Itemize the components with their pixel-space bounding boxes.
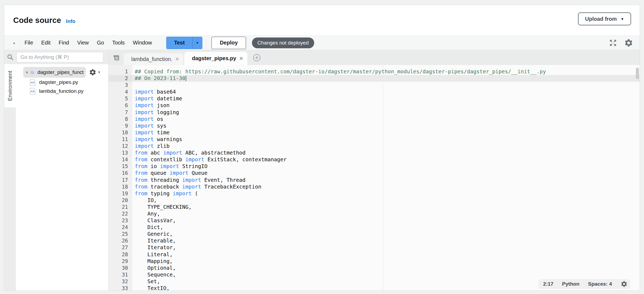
code-line-17[interactable]: 17from threading import Event, Thread [109,177,640,183]
code-area[interactable]: 1## Copied from: https://raw.githubuserc… [109,65,640,290]
code-line-28[interactable]: 28 Literal, [109,251,640,258]
code-line-18[interactable]: 18from traceback import TracebackExcepti… [109,183,640,190]
line-content: import base64 [132,88,640,95]
tree-file-dagster_pipes.py[interactable]: dagster_pipes.py [16,78,108,87]
tab-close-icon[interactable]: × [240,56,243,61]
line-content: from queue import Queue [132,170,640,176]
search-icon [4,54,16,61]
line-content: from contextlib import ExitStack, contex… [132,156,640,163]
line-number: 13 [109,149,132,156]
menu-file[interactable]: File [20,40,37,46]
tree-file-lambda_function.py[interactable]: lambda_function.py [16,87,108,95]
test-button[interactable]: Test [167,37,192,49]
line-number: 15 [109,163,132,170]
language-mode[interactable]: Python [562,281,579,287]
code-line-22[interactable]: 22 Any, [109,210,640,217]
folder-disclosure-icon[interactable]: ▾ [26,70,28,75]
code-line-6[interactable]: 6import json [109,102,640,109]
code-line-7[interactable]: 7import logging [109,109,640,116]
line-content: from traceback import TracebackException [132,183,640,190]
code-line-21[interactable]: 21 TYPE_CHECKING, [109,204,640,210]
line-content: Literal, [132,251,640,258]
fullscreen-icon[interactable] [609,39,617,47]
tree-folder-row[interactable]: ▾ dagster_pipes_funct ▼ [23,67,108,78]
environment-tab[interactable]: Environment [4,64,16,107]
code-line-25[interactable]: 25 Generic, [109,231,640,237]
line-content: Any, [132,210,640,217]
tabs-bar: lambda_function.×dagster_pipes.py× [109,50,640,65]
collapse-panel-icon[interactable]: ▲ [12,41,16,45]
folder-gear-icon[interactable] [89,69,96,76]
goto-anything-input[interactable] [16,52,103,62]
menu-go[interactable]: Go [93,40,108,46]
code-line-1[interactable]: 1## Copied from: https://raw.githubuserc… [109,68,640,75]
vertical-scrollbar[interactable] [636,68,639,79]
code-line-20[interactable]: 20 IO, [109,197,640,204]
menu-tools[interactable]: Tools [108,40,129,46]
code-line-31[interactable]: 31 Sequence, [109,271,640,278]
code-line-3[interactable]: 3 [109,82,640,88]
sidebar: Environment ▾ dagster_pipes_funct ▼ [4,50,109,290]
line-number: 20 [109,197,132,204]
code-line-12[interactable]: 12import zlib [109,143,640,149]
code-line-13[interactable]: 13from abc import ABC, abstractmethod [109,149,640,156]
code-line-4[interactable]: 4import base64 [109,88,640,95]
line-content: from typing import ( [132,190,640,197]
code-line-26[interactable]: 26 Iterable, [109,237,640,244]
code-line-15[interactable]: 15from io import StringIO [109,163,640,170]
code-line-29[interactable]: 29 Mapping, [109,258,640,265]
folder-settings[interactable]: ▼ [89,69,101,76]
info-link[interactable]: Info [66,18,75,24]
line-content: from threading import Event, Thread [132,177,640,183]
tab-close-icon[interactable]: × [175,56,179,62]
code-line-16[interactable]: 16from queue import Queue [109,170,640,176]
code-lines: 1## Copied from: https://raw.githubuserc… [109,68,640,290]
header: Code source Info Upload from ▼ [4,5,640,35]
line-number: 2 [109,75,132,82]
line-content: ## On 2023-11-30 [132,75,640,82]
menu-view[interactable]: View [73,40,93,46]
code-line-11[interactable]: 11import warnings [109,136,640,143]
panel-strip: Environment [4,64,16,290]
tab-lambda_function[interactable]: lambda_function.× [124,53,183,65]
indent-setting[interactable]: Spaces: 4 [588,281,612,287]
line-number: 16 [109,170,132,176]
editor-status-bar: 2:17 Python Spaces: 4 [538,279,630,289]
tab-dagster_pipes.py[interactable]: dagster_pipes.py× [184,52,247,65]
upload-from-button[interactable]: Upload from ▼ [578,12,631,25]
line-number: 31 [109,271,132,278]
code-line-27[interactable]: 27 Iterator, [109,244,640,251]
line-number: 6 [109,102,132,109]
deploy-button[interactable]: Deploy [212,37,246,49]
code-line-5[interactable]: 5import datetime [109,95,640,102]
settings-gear-icon[interactable] [624,38,633,47]
code-line-19[interactable]: 19from typing import ( [109,190,640,197]
menu-window[interactable]: Window [129,40,156,46]
code-line-24[interactable]: 24 Dict, [109,224,640,231]
tab-list-icon[interactable] [113,54,120,61]
line-content: ## Copied from: https://raw.githubuserco… [132,68,640,75]
line-content: ClassVar, [132,217,640,224]
menu-edit[interactable]: Edit [37,40,54,46]
line-content: Dict, [132,224,640,231]
line-number: 25 [109,231,132,237]
line-content: import sys [132,122,640,129]
menu-find[interactable]: Find [55,40,73,46]
code-line-2[interactable]: 2## On 2023-11-30 [109,75,640,82]
code-line-8[interactable]: 8import os [109,116,640,122]
test-split-button: Test ▼ [166,37,202,49]
code-line-23[interactable]: 23 ClassVar, [109,217,640,224]
test-dropdown-arrow[interactable]: ▼ [192,37,202,49]
status-gear-icon[interactable] [621,281,628,288]
line-content: IO, [132,197,640,204]
code-line-30[interactable]: 30 Optional, [109,265,640,271]
folder-selection[interactable]: ▾ dagster_pipes_funct [23,67,86,78]
folder-icon [31,69,34,75]
tabs-container: lambda_function.×dagster_pipes.py× [124,50,248,65]
cursor-position[interactable]: 2:17 [543,281,553,287]
code-line-10[interactable]: 10import time [109,129,640,136]
code-line-9[interactable]: 9import sys [109,122,640,129]
new-tab-icon[interactable] [253,54,261,62]
code-line-14[interactable]: 14from contextlib import ExitStack, cont… [109,156,640,163]
file-name: lambda_function.py [39,88,84,94]
